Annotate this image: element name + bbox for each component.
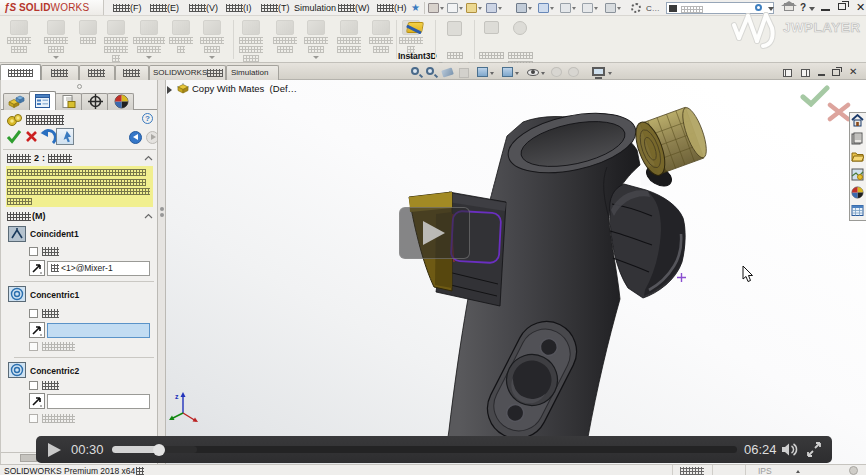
svg-text:PLAYER: PLAYER	[804, 20, 861, 35]
svg-text:z: z	[175, 393, 179, 400]
svg-text:JW: JW	[783, 20, 804, 35]
